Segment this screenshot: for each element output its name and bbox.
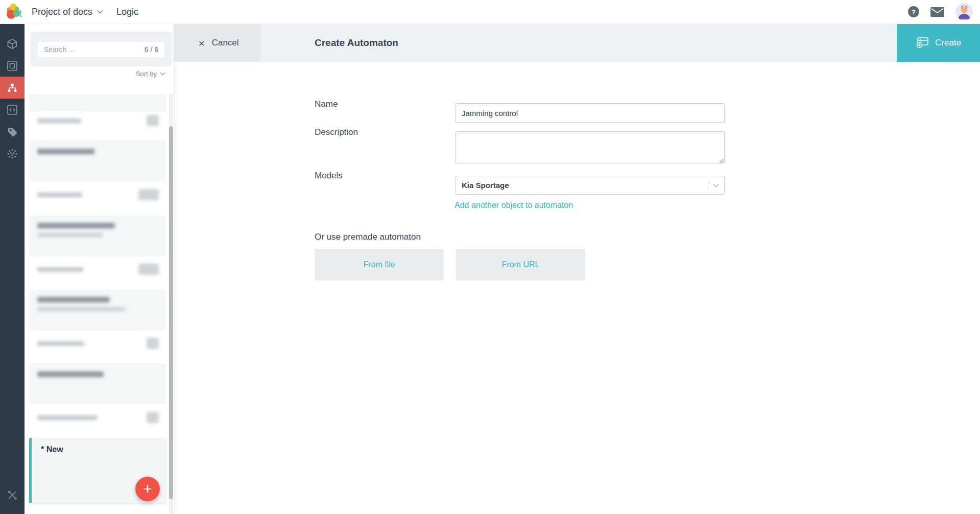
search-input[interactable] [44,45,145,54]
cube-icon [7,38,18,50]
automaton-meta-blurred [29,114,166,128]
form-header: × Cancel Create Automaton Create [174,24,980,62]
search-container: 6 / 6 [31,32,172,66]
automaton-card-blurred[interactable] [29,94,166,111]
sidebar-item-dashboards[interactable] [0,55,25,77]
automaton-card-blurred[interactable] [29,216,166,256]
chevron-down-icon [97,10,103,14]
automaton-card-blurred[interactable] [29,290,166,331]
automaton-meta-blurred [29,189,166,202]
section-title: Logic [116,7,138,17]
panel-scrollbar [169,94,173,514]
close-icon: × [198,38,204,49]
page-title: Create Automaton [315,24,398,62]
sidebar-item-network[interactable] [0,143,25,165]
square-in-square-icon [7,60,18,72]
sort-by-dropdown[interactable]: Sort by [136,70,165,78]
automaton-meta-blurred [29,263,166,276]
automaton-card-blurred[interactable] [29,363,166,404]
automata-list-panel: 6 / 6 Sort by [25,24,174,514]
help-icon: ? [912,8,916,16]
sidebar-item-tools[interactable] [0,484,25,506]
new-card-label: * New [41,445,63,454]
project-name: Project of docs [32,7,92,17]
icon-sidebar [0,24,25,514]
automaton-meta-blurred [29,337,166,351]
search-result-count: 6 / 6 [145,45,158,54]
create-label: Create [935,38,961,48]
tag-icon [7,126,18,137]
svg-text:R: R [15,8,22,19]
app-logo-icon[interactable]: R [4,2,23,21]
automaton-card-blurred[interactable] [29,141,166,181]
main-content: × Cancel Create Automaton Create Name De… [174,24,980,514]
name-label: Name [315,99,338,109]
help-button[interactable]: ? [908,6,919,17]
panel-scrollbar-thumb[interactable] [169,126,173,499]
topbar: R Project of docs Logic ? [0,0,980,24]
tools-icon [7,489,18,501]
add-automaton-button[interactable]: + [135,477,160,501]
create-button[interactable]: Create [897,24,980,62]
models-label: Models [315,171,343,181]
automaton-meta-blurred [29,411,166,425]
automaton-tree-icon [7,82,18,94]
sort-by-label: Sort by [136,70,157,78]
sidebar-item-logic[interactable] [0,77,25,99]
cancel-button[interactable]: × Cancel [176,24,261,62]
name-input[interactable] [455,103,725,123]
sidebar-item-objects[interactable] [0,33,25,55]
plus-icon: + [143,481,152,497]
globe-dots-icon [7,148,18,159]
user-avatar[interactable] [955,3,973,20]
chevron-down-icon [713,183,719,188]
cancel-label: Cancel [212,38,239,48]
mail-icon[interactable] [930,7,944,17]
project-switcher[interactable]: Project of docs [32,7,103,17]
code-icon [7,104,18,115]
premade-section-title: Or use premade automaton [315,232,421,242]
description-label: Description [315,127,358,137]
sidebar-item-tags[interactable] [0,121,25,143]
from-url-button[interactable]: From URL [456,249,585,281]
create-automaton-icon [916,37,929,49]
models-select[interactable]: Kia Sportage [455,176,725,195]
from-file-button[interactable]: From file [315,249,444,281]
chevron-down-icon [160,72,165,76]
models-selected-value: Kia Sportage [456,181,708,190]
sidebar-item-handlers[interactable] [0,99,25,121]
description-input[interactable] [455,131,725,163]
app-window: R Project of docs Logic ? [0,0,980,514]
add-object-link[interactable]: Add another object to automaton [455,201,573,210]
